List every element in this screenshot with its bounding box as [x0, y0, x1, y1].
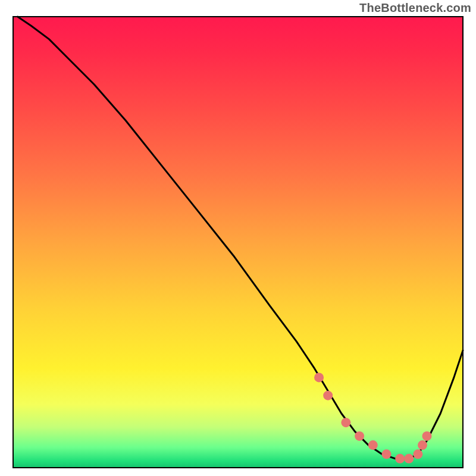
sweet-spot-marker	[404, 454, 414, 464]
attribution-text: TheBottleneck.com	[359, 1, 471, 15]
sweet-spot-marker	[341, 418, 350, 427]
sweet-spot-marker	[382, 449, 392, 459]
sweet-spot-marker	[314, 372, 324, 382]
chart-container: TheBottleneck.com	[0, 0, 476, 476]
sweet-spot-marker	[395, 454, 405, 464]
sweet-spot-marker	[422, 431, 432, 441]
sweet-spot-marker	[413, 449, 422, 459]
sweet-spot-marker	[323, 391, 333, 400]
sweet-spot-marker	[355, 431, 364, 441]
plot-background	[13, 17, 463, 468]
sweet-spot-marker	[418, 440, 427, 450]
sweet-spot-marker	[368, 440, 378, 450]
bottleneck-chart	[0, 0, 476, 476]
